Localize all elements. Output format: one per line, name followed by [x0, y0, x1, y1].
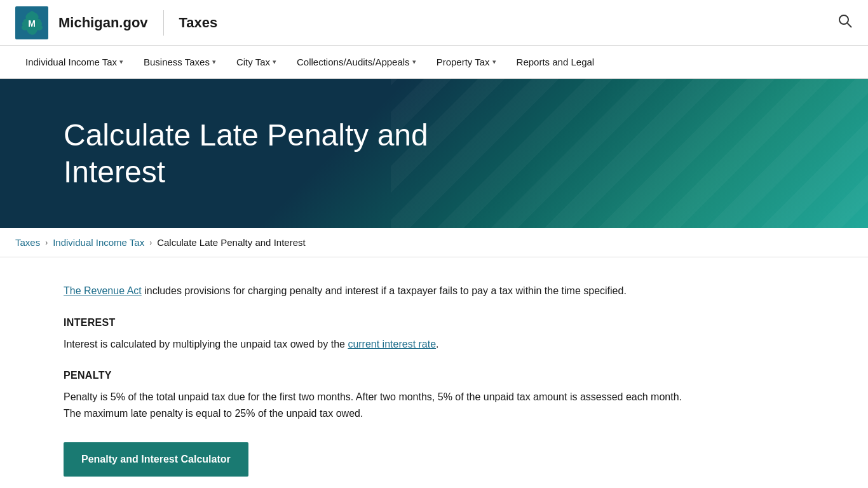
penalty-heading: PENALTY	[64, 370, 699, 381]
interest-heading: INTEREST	[64, 317, 699, 329]
gov-label: Michigan.gov	[58, 15, 148, 31]
breadcrumb-separator-2: ›	[149, 238, 152, 247]
interest-section: INTEREST Interest is calculated by multi…	[64, 317, 699, 353]
breadcrumb: Taxes › Individual Income Tax › Calculat…	[0, 228, 868, 257]
breadcrumb-separator-1: ›	[45, 238, 48, 247]
nav-item-reports-and-legal[interactable]: Reports and Legal	[506, 46, 605, 78]
header-divider	[163, 10, 164, 36]
penalty-section: PENALTY Penalty is 5% of the total unpai…	[64, 370, 699, 421]
hero-banner: Calculate Late Penalty and Interest	[0, 79, 868, 228]
nav-item-city-tax[interactable]: City Tax ▾	[226, 46, 287, 78]
search-icon	[837, 13, 853, 29]
main-navigation: Individual Income Tax ▾ Business Taxes ▾…	[0, 46, 868, 79]
site-title: Taxes	[179, 15, 218, 31]
page-hero-title: Calculate Late Penalty and Interest	[64, 117, 445, 190]
michigan-state-icon: M	[19, 10, 44, 36]
svg-line-2	[848, 23, 852, 27]
svg-text:M: M	[28, 18, 36, 29]
breadcrumb-taxes[interactable]: Taxes	[15, 237, 40, 248]
site-header: M Michigan.gov Taxes	[0, 0, 868, 46]
penalty-interest-calculator-button[interactable]: Penalty and Interest Calculator	[64, 442, 248, 477]
interest-text-after: .	[436, 339, 438, 349]
breadcrumb-individual-income-tax[interactable]: Individual Income Tax	[53, 237, 144, 248]
chevron-down-icon: ▾	[212, 58, 216, 66]
interest-body: Interest is calculated by multiplying th…	[64, 336, 699, 353]
chevron-down-icon: ▾	[412, 58, 416, 66]
revenue-act-link[interactable]: The Revenue Act	[64, 285, 142, 296]
chevron-down-icon: ▾	[492, 58, 496, 66]
breadcrumb-current-page: Calculate Late Penalty and Interest	[157, 237, 305, 248]
nav-item-collections-audits-appeals[interactable]: Collections/Audits/Appeals ▾	[287, 46, 426, 78]
intro-rest-text: includes provisions for charging penalty…	[142, 285, 627, 296]
nav-item-business-taxes[interactable]: Business Taxes ▾	[133, 46, 226, 78]
chevron-down-icon: ▾	[273, 58, 276, 66]
penalty-body: Penalty is 5% of the total unpaid tax du…	[64, 389, 699, 421]
nav-item-individual-income-tax[interactable]: Individual Income Tax ▾	[15, 46, 133, 78]
interest-text-before: Interest is calculated by multiplying th…	[64, 339, 348, 349]
michigan-logo: M	[15, 6, 48, 39]
nav-item-property-tax[interactable]: Property Tax ▾	[426, 46, 506, 78]
intro-paragraph: The Revenue Act includes provisions for …	[64, 283, 699, 299]
header-logo-group: M Michigan.gov Taxes	[15, 6, 217, 39]
main-content: The Revenue Act includes provisions for …	[0, 257, 763, 488]
svg-point-1	[839, 15, 848, 24]
search-button[interactable]	[837, 13, 853, 32]
current-interest-rate-link[interactable]: current interest rate	[348, 339, 436, 349]
chevron-down-icon: ▾	[119, 58, 123, 66]
